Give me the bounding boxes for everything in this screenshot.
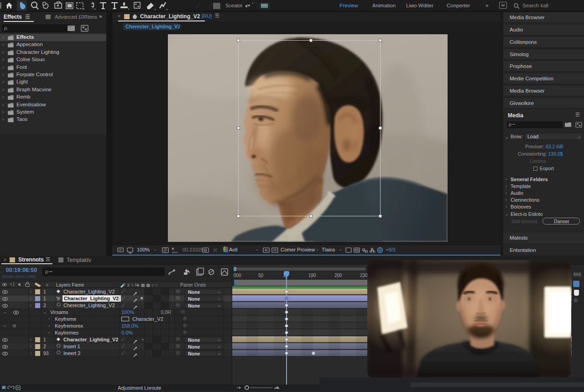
svg-text:☄️ 3 ∖ 𝑓⊕ ▦ ▩ ○ ○: ☄️ 3 ∖ 𝑓⊕ ▦ ▩ ○ ○ (120, 282, 158, 288)
svg-text:e: e (46, 282, 48, 287)
svg-text:Paner Orats: Paner Orats (180, 282, 206, 287)
svg-text:Layers Fame: Layers Fame (56, 282, 84, 287)
